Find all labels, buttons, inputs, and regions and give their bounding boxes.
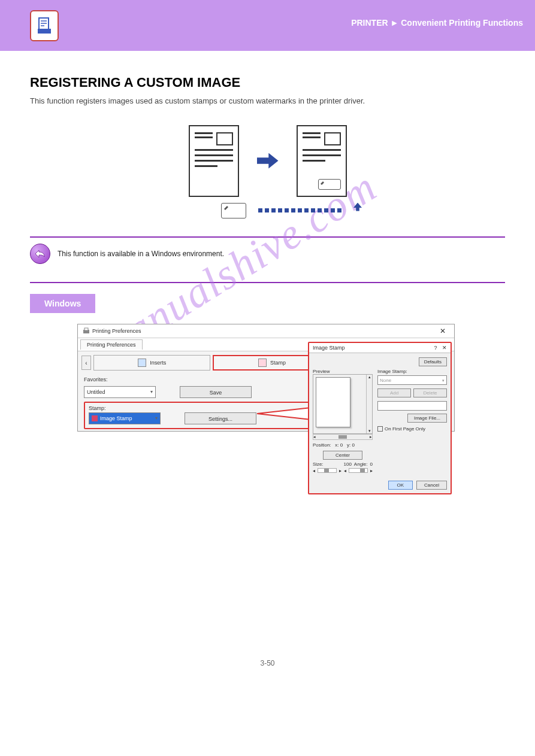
image-name-input[interactable] bbox=[377, 401, 447, 411]
preview-hscroll[interactable]: ◂▸ bbox=[313, 434, 373, 440]
angle-label: Angle: bbox=[354, 462, 368, 467]
note-text: This function is available in a Windows … bbox=[58, 250, 224, 258]
help-icon[interactable]: ? bbox=[434, 345, 437, 351]
stamp-dialog-title: Image Stamp bbox=[313, 345, 345, 351]
stamp-dialog-titlebar: Image Stamp ? ✕ bbox=[309, 343, 451, 353]
preview-box: ▴▾ bbox=[313, 374, 373, 434]
source-document-icon bbox=[189, 125, 239, 197]
note-row: This function is available in a Windows … bbox=[30, 244, 505, 264]
header-title: PRINTER ► Convenient Printing Functions bbox=[351, 18, 523, 28]
add-button[interactable]: Add bbox=[377, 388, 411, 397]
arrow-up-icon bbox=[353, 203, 362, 211]
image-stamp-dropdown[interactable]: None bbox=[377, 375, 447, 385]
image-stamp-label: Image Stamp: bbox=[377, 369, 447, 374]
size-label: Size: bbox=[313, 462, 324, 467]
preview-page-icon bbox=[316, 377, 350, 427]
divider-2 bbox=[30, 282, 505, 283]
size-value: 100 bbox=[326, 462, 352, 467]
windows-label: Windows bbox=[30, 294, 95, 313]
window-titlebar: Printing Preferences ✕ bbox=[78, 324, 454, 338]
delete-button[interactable]: Delete bbox=[413, 388, 447, 397]
checkbox-icon[interactable] bbox=[377, 426, 383, 432]
printer-doc-icon bbox=[35, 17, 53, 35]
image-stamp-dialog: Image Stamp ? ✕ Defaults Preview ▴▾ bbox=[308, 342, 452, 494]
header-subcategory: Convenient Printing Functions bbox=[401, 18, 523, 28]
stamp-source-icon bbox=[221, 203, 246, 218]
svg-rect-0 bbox=[39, 18, 49, 30]
svg-rect-4 bbox=[38, 29, 51, 34]
dialog-screenshot: Printing Preferences ✕ Printing Preferen… bbox=[77, 324, 458, 432]
page-description: This function registers images used as c… bbox=[30, 95, 505, 107]
page-content: manualshive.com REGISTERING A CUSTOM IMA… bbox=[0, 51, 535, 679]
defaults-button[interactable]: Defaults bbox=[419, 357, 447, 366]
position-row: Position: x: 0 y: 0 bbox=[313, 442, 373, 448]
stamp-flow-row bbox=[54, 203, 529, 218]
header-app-icon bbox=[30, 10, 59, 41]
angle-slider[interactable] bbox=[349, 468, 368, 473]
center-button[interactable]: Center bbox=[323, 451, 362, 460]
angle-value: 0 bbox=[370, 462, 373, 467]
dotted-arrow-icon bbox=[258, 208, 341, 212]
preview-label: Preview bbox=[313, 369, 373, 374]
first-page-label: On First Page Only bbox=[385, 426, 425, 432]
image-file-button[interactable]: Image File... bbox=[407, 414, 447, 423]
tab-printing-preferences[interactable]: Printing Preferences bbox=[80, 339, 143, 350]
stamp-dropdown[interactable]: Image Stamp bbox=[89, 412, 161, 424]
inserts-icon bbox=[138, 359, 146, 367]
tab-prev-button[interactable]: ‹ bbox=[81, 356, 91, 370]
divider bbox=[30, 236, 505, 238]
page-number: 3-50 bbox=[30, 659, 505, 667]
header-category: PRINTER bbox=[351, 18, 388, 28]
svg-rect-6 bbox=[84, 328, 88, 330]
output-document-icon bbox=[297, 125, 347, 197]
tab-inserts[interactable]: Inserts bbox=[93, 355, 210, 371]
stamp-icon bbox=[258, 359, 267, 367]
ok-button[interactable]: OK bbox=[388, 481, 413, 490]
header-bar: PRINTER ► Convenient Printing Functions bbox=[0, 0, 535, 51]
preview-vscroll[interactable]: ▴▾ bbox=[366, 375, 372, 433]
close-icon[interactable]: ✕ bbox=[442, 345, 447, 351]
favorites-dropdown[interactable]: Untitled bbox=[84, 386, 156, 398]
printer-icon bbox=[83, 327, 90, 335]
page-title: REGISTERING A CUSTOM IMAGE bbox=[30, 75, 505, 90]
illustration bbox=[30, 125, 505, 197]
first-page-checkbox-row[interactable]: On First Page Only bbox=[377, 426, 447, 432]
save-button[interactable]: Save bbox=[180, 386, 252, 398]
cancel-button[interactable]: Cancel bbox=[416, 481, 447, 490]
window-title: Printing Preferences bbox=[83, 327, 141, 335]
arrow-right-icon bbox=[257, 153, 279, 169]
size-slider[interactable] bbox=[318, 468, 337, 473]
close-icon[interactable]: ✕ bbox=[436, 327, 449, 335]
back-arrow-icon bbox=[30, 244, 50, 264]
settings-button[interactable]: Settings... bbox=[185, 412, 256, 424]
